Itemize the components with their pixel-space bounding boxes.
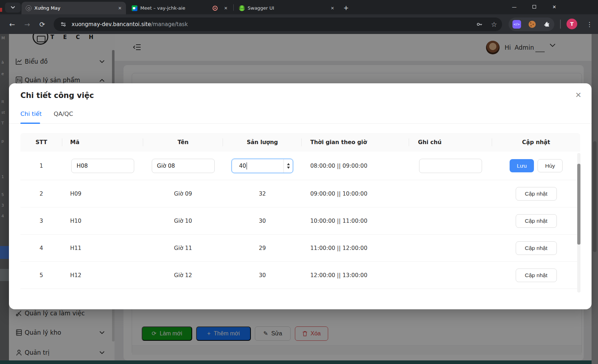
extensions-pill: </> [509,18,554,31]
column-header: STT [20,133,62,152]
update-button[interactable]: Cập nhật [516,187,557,201]
browser-toolbar: ← → ⟳ xuongmay-dev.bancantoi.site/manage… [0,14,598,34]
password-key-icon[interactable] [476,21,483,28]
ma-cell: H12 [62,272,143,279]
ten-cell: Giờ 10 [143,218,223,224]
back-button[interactable]: ← [7,19,17,29]
time-cell: 08:00:00 || 09:00:00 [302,163,409,169]
tab-title: Meet – vay-jchk-aie [140,5,213,11]
site-info-icon[interactable] [60,21,67,28]
update-button[interactable]: Cập nhật [516,241,557,255]
url-path: /manage/task [151,21,188,28]
stt-cell: 5 [20,272,62,279]
url-text[interactable]: xuongmay-dev.bancantoi.site/manage/task [72,21,188,28]
maximize-icon [533,5,536,9]
ten-cell: Giờ 11 [143,245,223,251]
table-row-edit: 1 H08 Giờ 08 40 08:00:00 || 09:00:00 [20,152,580,180]
code-extension-icon[interactable]: </> [512,20,521,29]
spinner-up-icon[interactable] [287,163,290,165]
detail-table: STT Mã Tên Sản lượng Thời gian theo giờ … [20,133,580,289]
extensions-puzzle-icon[interactable] [543,21,550,28]
modal-title: Chi tiết công việc [20,91,94,100]
ten-input[interactable]: Giờ 08 [152,159,215,173]
reload-button[interactable]: ⟳ [37,19,47,29]
table-row: 4 H11 Giờ 11 29 11:00:00 || 12:00:00 Cập… [20,235,580,262]
window-maximize-button[interactable] [526,0,543,14]
table-row: 5 H12 Giờ 12 30 12:00:00 || 13:00:00 Cập… [20,262,580,289]
xuong-may-favicon [26,5,31,11]
tab-title: Xưởng May [34,5,114,11]
stt-cell: 2 [20,191,62,197]
stt-cell: 1 [20,163,62,169]
tab-strip: Xưởng May ✕ Meet – vay-jchk-aie ✕ {..} S… [0,0,598,14]
column-header: Thời gian theo giờ [302,133,409,152]
spinner-down-icon[interactable] [287,167,290,169]
browser-window: Xưởng May ✕ Meet – vay-jchk-aie ✕ {..} S… [0,0,598,364]
stt-cell: 3 [20,218,62,224]
meet-favicon [132,5,137,11]
browser-menu-button[interactable]: ⋮ [585,19,594,29]
tab-title: Swagger UI [248,5,326,11]
toolbar-separator [560,20,561,29]
column-header: Tên [143,133,223,152]
stt-cell: 4 [20,245,62,251]
update-button[interactable]: Cập nhật [516,269,557,282]
edge-artifact [0,8,2,12]
window-minimize-button[interactable]: — [506,0,522,14]
modal-tab-bar: Chi tiết QA/QC [9,108,592,124]
tab-swagger[interactable]: {..} Swagger UI ✕ [235,2,339,14]
tab-search-button[interactable] [5,3,21,13]
column-header: Mã [62,133,143,152]
close-icon[interactable]: ✕ [574,90,583,100]
san-luong-cell: 30 [223,218,302,224]
cookie-extension-icon[interactable] [529,21,536,28]
forward-button[interactable]: → [22,19,32,29]
column-header: Ghi chú [409,133,492,152]
window-close-button[interactable]: ✕ [546,0,563,14]
tab-xuong-may[interactable]: Xưởng May ✕ [21,2,126,14]
table-row: 3 H10 Giờ 10 30 10:00:00 || 11:00:00 Cập… [20,207,580,235]
ghi-chu-input[interactable] [419,159,482,173]
page-viewport: M à e It st T p 1 5 3 4 T E C H Biểu đồ [0,34,598,364]
column-header: Cập nhật [492,133,580,152]
tab-close-icon[interactable]: ✕ [117,5,123,11]
ma-cell: H09 [62,191,143,197]
table-row: 2 H09 Giờ 09 32 09:00:00 || 10:00:00 Cập… [20,180,580,207]
chevron-down-icon [11,6,15,9]
time-cell: 09:00:00 || 10:00:00 [302,191,409,197]
table-header-row: STT Mã Tên Sản lượng Thời gian theo giờ … [20,133,580,152]
save-button[interactable]: Lưu [510,159,534,172]
ma-cell: H10 [62,218,143,224]
time-cell: 10:00:00 || 11:00:00 [302,218,409,224]
recording-indicator-icon [213,6,218,11]
swagger-favicon: {..} [239,5,245,11]
ma-cell: H11 [62,245,143,251]
number-spinner[interactable] [283,159,293,173]
ten-cell: Giờ 12 [143,272,223,279]
tab-chi-tiet[interactable]: Chi tiết [20,110,42,117]
profile-avatar[interactable]: T [567,19,577,29]
san-luong-cell: 29 [223,245,302,251]
ma-input[interactable]: H08 [71,159,134,173]
cancel-button[interactable]: Hủy [538,159,563,172]
san-luong-cell: 32 [223,191,302,197]
table-scrollbar[interactable] [577,153,580,292]
address-bar[interactable]: xuongmay-dev.bancantoi.site/manage/task … [54,18,502,31]
active-tab-underline [20,123,40,124]
san-luong-cell: 30 [223,272,302,279]
time-cell: 12:00:00 || 13:00:00 [302,272,409,279]
san-luong-input[interactable]: 40 [232,159,293,173]
url-host: xuongmay-dev.bancantoi.site [72,21,151,28]
task-detail-modal: Chi tiết công việc ✕ Chi tiết QA/QC STT … [9,83,592,309]
new-tab-button[interactable]: + [341,3,351,12]
update-button[interactable]: Cập nhật [516,214,557,228]
column-header: Sản lượng [223,133,302,152]
tab-close-icon[interactable]: ✕ [329,5,336,11]
tab-close-icon[interactable]: ✕ [223,5,229,11]
tab-meet[interactable]: Meet – vay-jchk-aie ✕ [127,2,232,14]
text-caret [247,162,247,169]
time-cell: 11:00:00 || 12:00:00 [302,245,409,251]
tab-separator [233,4,234,11]
tab-qa-qc[interactable]: QA/QC [54,110,73,117]
bookmark-star-icon[interactable]: ☆ [491,20,497,28]
